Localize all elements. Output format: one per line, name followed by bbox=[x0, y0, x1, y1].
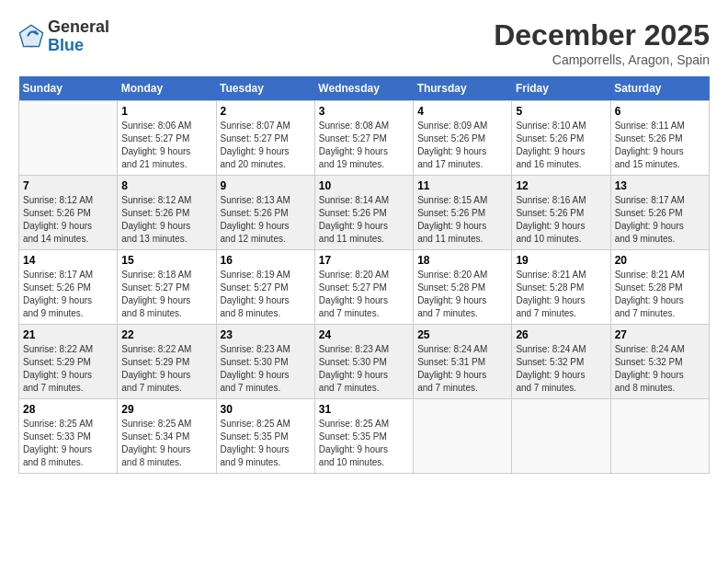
day-number: 4 bbox=[417, 105, 507, 118]
calendar-cell: 13Sunrise: 8:17 AM Sunset: 5:26 PM Dayli… bbox=[610, 176, 709, 250]
day-number: 29 bbox=[121, 403, 211, 416]
calendar-cell bbox=[610, 399, 709, 474]
calendar-cell: 26Sunrise: 8:24 AM Sunset: 5:32 PM Dayli… bbox=[512, 325, 610, 399]
weekday-header-saturday: Saturday bbox=[610, 76, 709, 101]
day-number: 27 bbox=[615, 328, 705, 341]
calendar-cell: 5Sunrise: 8:10 AM Sunset: 5:26 PM Daylig… bbox=[512, 101, 610, 176]
day-number: 8 bbox=[121, 179, 211, 192]
day-info: Sunrise: 8:21 AM Sunset: 5:28 PM Dayligh… bbox=[615, 269, 705, 320]
calendar-cell: 17Sunrise: 8:20 AM Sunset: 5:27 PM Dayli… bbox=[314, 250, 413, 325]
day-info: Sunrise: 8:25 AM Sunset: 5:35 PM Dayligh… bbox=[221, 418, 311, 469]
calendar: SundayMondayTuesdayWednesdayThursdayFrid… bbox=[18, 76, 710, 474]
weekday-header-thursday: Thursday bbox=[414, 76, 512, 101]
calendar-week-5: 28Sunrise: 8:25 AM Sunset: 5:33 PM Dayli… bbox=[19, 399, 710, 474]
calendar-cell: 23Sunrise: 8:23 AM Sunset: 5:30 PM Dayli… bbox=[216, 325, 314, 399]
weekday-header-wednesday: Wednesday bbox=[314, 76, 413, 101]
day-info: Sunrise: 8:24 AM Sunset: 5:31 PM Dayligh… bbox=[417, 343, 507, 395]
day-info: Sunrise: 8:24 AM Sunset: 5:32 PM Dayligh… bbox=[615, 343, 705, 395]
calendar-cell: 1Sunrise: 8:06 AM Sunset: 5:27 PM Daylig… bbox=[118, 101, 216, 176]
month-title: December 2025 bbox=[494, 18, 710, 52]
calendar-cell bbox=[19, 101, 118, 176]
day-info: Sunrise: 8:17 AM Sunset: 5:26 PM Dayligh… bbox=[615, 194, 705, 246]
calendar-cell: 10Sunrise: 8:14 AM Sunset: 5:26 PM Dayli… bbox=[314, 176, 413, 250]
calendar-cell: 19Sunrise: 8:21 AM Sunset: 5:28 PM Dayli… bbox=[512, 250, 610, 325]
calendar-week-3: 14Sunrise: 8:17 AM Sunset: 5:26 PM Dayli… bbox=[19, 250, 710, 325]
calendar-cell: 15Sunrise: 8:18 AM Sunset: 5:27 PM Dayli… bbox=[118, 250, 216, 325]
calendar-week-4: 21Sunrise: 8:22 AM Sunset: 5:29 PM Dayli… bbox=[19, 325, 710, 399]
day-number: 23 bbox=[221, 328, 311, 341]
location: Camporrells, Aragon, Spain bbox=[494, 52, 710, 67]
calendar-cell: 9Sunrise: 8:13 AM Sunset: 5:26 PM Daylig… bbox=[216, 176, 314, 250]
calendar-cell: 22Sunrise: 8:22 AM Sunset: 5:29 PM Dayli… bbox=[118, 325, 216, 399]
calendar-cell: 11Sunrise: 8:15 AM Sunset: 5:26 PM Dayli… bbox=[414, 176, 512, 250]
day-info: Sunrise: 8:25 AM Sunset: 5:35 PM Dayligh… bbox=[319, 418, 409, 469]
day-info: Sunrise: 8:12 AM Sunset: 5:26 PM Dayligh… bbox=[121, 194, 211, 246]
day-info: Sunrise: 8:11 AM Sunset: 5:26 PM Dayligh… bbox=[615, 120, 705, 171]
calendar-cell: 16Sunrise: 8:19 AM Sunset: 5:27 PM Dayli… bbox=[216, 250, 314, 325]
day-number: 24 bbox=[319, 328, 409, 341]
day-info: Sunrise: 8:08 AM Sunset: 5:27 PM Dayligh… bbox=[319, 120, 409, 171]
day-info: Sunrise: 8:12 AM Sunset: 5:26 PM Dayligh… bbox=[23, 194, 113, 246]
day-number: 25 bbox=[417, 328, 507, 341]
day-number: 21 bbox=[23, 328, 113, 341]
day-number: 5 bbox=[516, 105, 606, 118]
logo-icon bbox=[18, 24, 44, 50]
calendar-cell: 25Sunrise: 8:24 AM Sunset: 5:31 PM Dayli… bbox=[414, 325, 512, 399]
day-number: 7 bbox=[23, 179, 113, 192]
day-number: 22 bbox=[121, 328, 211, 341]
day-number: 28 bbox=[23, 403, 113, 416]
calendar-cell: 28Sunrise: 8:25 AM Sunset: 5:33 PM Dayli… bbox=[19, 399, 118, 474]
calendar-cell bbox=[512, 399, 610, 474]
logo-text: General Blue bbox=[48, 18, 109, 55]
day-info: Sunrise: 8:20 AM Sunset: 5:27 PM Dayligh… bbox=[319, 269, 409, 320]
day-info: Sunrise: 8:23 AM Sunset: 5:30 PM Dayligh… bbox=[221, 343, 311, 395]
calendar-cell bbox=[414, 399, 512, 474]
day-info: Sunrise: 8:20 AM Sunset: 5:28 PM Dayligh… bbox=[417, 269, 507, 320]
day-info: Sunrise: 8:10 AM Sunset: 5:26 PM Dayligh… bbox=[516, 120, 606, 171]
weekday-header-tuesday: Tuesday bbox=[216, 76, 314, 101]
calendar-cell: 30Sunrise: 8:25 AM Sunset: 5:35 PM Dayli… bbox=[216, 399, 314, 474]
day-number: 16 bbox=[221, 254, 311, 267]
day-info: Sunrise: 8:19 AM Sunset: 5:27 PM Dayligh… bbox=[221, 269, 311, 320]
logo: General Blue bbox=[18, 18, 109, 55]
day-number: 9 bbox=[221, 179, 311, 192]
day-number: 26 bbox=[516, 328, 606, 341]
weekday-header-row: SundayMondayTuesdayWednesdayThursdayFrid… bbox=[19, 76, 710, 101]
day-info: Sunrise: 8:06 AM Sunset: 5:27 PM Dayligh… bbox=[121, 120, 211, 171]
day-info: Sunrise: 8:17 AM Sunset: 5:26 PM Dayligh… bbox=[23, 269, 113, 320]
day-number: 18 bbox=[417, 254, 507, 267]
weekday-header-monday: Monday bbox=[118, 76, 216, 101]
day-info: Sunrise: 8:25 AM Sunset: 5:34 PM Dayligh… bbox=[121, 418, 211, 469]
calendar-cell: 12Sunrise: 8:16 AM Sunset: 5:26 PM Dayli… bbox=[512, 176, 610, 250]
logo-blue: Blue bbox=[48, 36, 84, 54]
day-number: 11 bbox=[417, 179, 507, 192]
day-info: Sunrise: 8:09 AM Sunset: 5:26 PM Dayligh… bbox=[417, 120, 507, 171]
day-info: Sunrise: 8:23 AM Sunset: 5:30 PM Dayligh… bbox=[319, 343, 409, 395]
page-header: General Blue December 2025 Camporrells, … bbox=[18, 18, 710, 67]
day-number: 30 bbox=[221, 403, 311, 416]
day-info: Sunrise: 8:24 AM Sunset: 5:32 PM Dayligh… bbox=[516, 343, 606, 395]
calendar-cell: 20Sunrise: 8:21 AM Sunset: 5:28 PM Dayli… bbox=[610, 250, 709, 325]
title-block: December 2025 Camporrells, Aragon, Spain bbox=[494, 18, 710, 67]
calendar-week-2: 7Sunrise: 8:12 AM Sunset: 5:26 PM Daylig… bbox=[19, 176, 710, 250]
calendar-cell: 18Sunrise: 8:20 AM Sunset: 5:28 PM Dayli… bbox=[414, 250, 512, 325]
calendar-cell: 21Sunrise: 8:22 AM Sunset: 5:29 PM Dayli… bbox=[19, 325, 118, 399]
calendar-cell: 29Sunrise: 8:25 AM Sunset: 5:34 PM Dayli… bbox=[118, 399, 216, 474]
day-number: 15 bbox=[121, 254, 211, 267]
calendar-header: SundayMondayTuesdayWednesdayThursdayFrid… bbox=[19, 76, 710, 101]
day-info: Sunrise: 8:22 AM Sunset: 5:29 PM Dayligh… bbox=[23, 343, 113, 395]
day-info: Sunrise: 8:16 AM Sunset: 5:26 PM Dayligh… bbox=[516, 194, 606, 246]
calendar-cell: 2Sunrise: 8:07 AM Sunset: 5:27 PM Daylig… bbox=[216, 101, 314, 176]
day-number: 10 bbox=[319, 179, 409, 192]
day-number: 12 bbox=[516, 179, 606, 192]
day-info: Sunrise: 8:22 AM Sunset: 5:29 PM Dayligh… bbox=[121, 343, 211, 395]
calendar-cell: 4Sunrise: 8:09 AM Sunset: 5:26 PM Daylig… bbox=[414, 101, 512, 176]
day-info: Sunrise: 8:18 AM Sunset: 5:27 PM Dayligh… bbox=[121, 269, 211, 320]
weekday-header-friday: Friday bbox=[512, 76, 610, 101]
day-info: Sunrise: 8:13 AM Sunset: 5:26 PM Dayligh… bbox=[221, 194, 311, 246]
calendar-cell: 3Sunrise: 8:08 AM Sunset: 5:27 PM Daylig… bbox=[314, 101, 413, 176]
day-number: 13 bbox=[615, 179, 705, 192]
day-number: 1 bbox=[121, 105, 211, 118]
calendar-cell: 14Sunrise: 8:17 AM Sunset: 5:26 PM Dayli… bbox=[19, 250, 118, 325]
day-number: 20 bbox=[615, 254, 705, 267]
